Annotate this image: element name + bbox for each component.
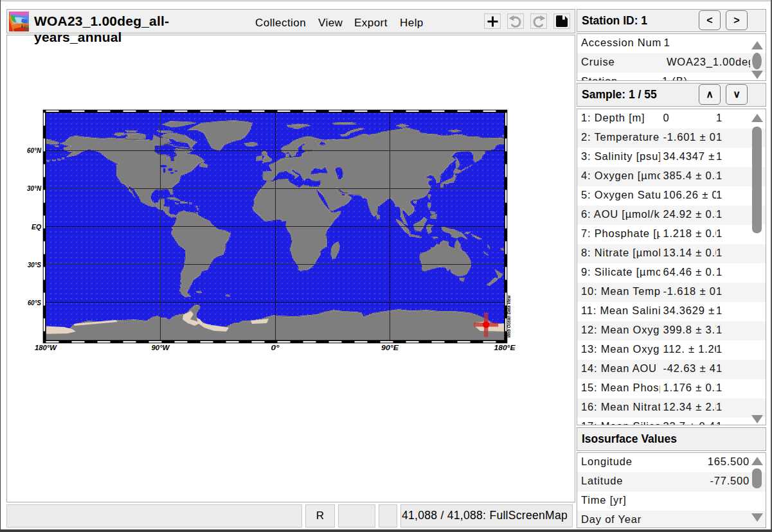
svg-text:90°W: 90°W [152, 344, 170, 351]
svg-text:0°: 0° [271, 344, 280, 351]
svg-text:90°E: 90°E [381, 344, 399, 351]
svg-text:60°S: 60°S [28, 299, 41, 306]
svg-text:180°W: 180°W [35, 344, 57, 351]
svg-text:60°N: 60°N [27, 146, 41, 154]
svg-text:EQ: EQ [31, 223, 41, 231]
svg-text:180°E: 180°E [494, 344, 516, 351]
svg-text:Web Ocean Data View: Web Ocean Data View [507, 295, 511, 338]
svg-text:30°S: 30°S [28, 261, 41, 269]
svg-text:30°N: 30°N [27, 184, 41, 192]
